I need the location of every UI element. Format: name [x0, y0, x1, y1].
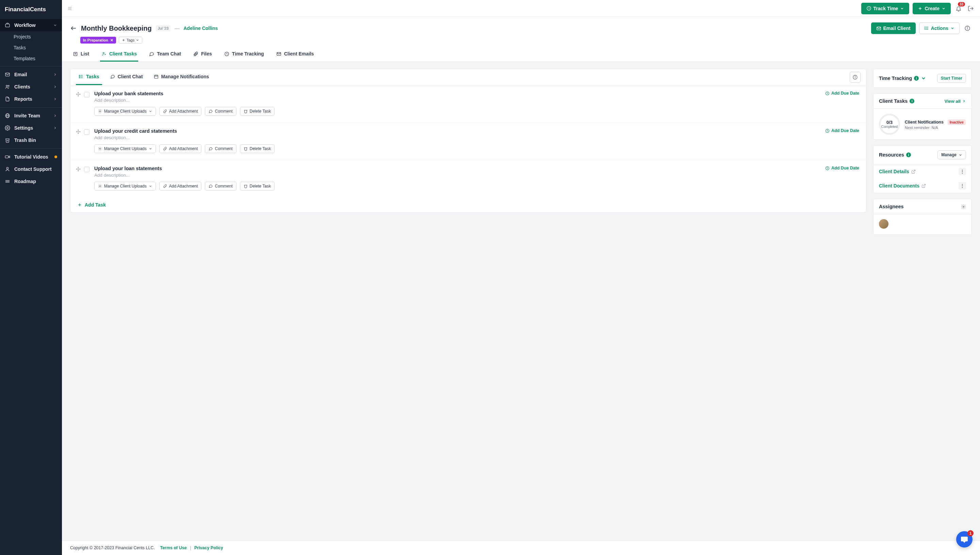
notifications-button[interactable]: 33 — [954, 4, 963, 13]
start-timer-button[interactable]: Start Timer — [937, 74, 966, 83]
panel-info-button[interactable] — [850, 72, 861, 83]
intercom-chat-button[interactable]: 1 — [956, 531, 972, 547]
add-due-date-button[interactable]: Add Due Date — [825, 166, 859, 170]
task-description-placeholder[interactable]: Add description... — [94, 173, 825, 178]
chevron-down-icon[interactable] — [921, 75, 926, 81]
manage-client-uploads-button[interactable]: Manage Client Uploads — [94, 144, 156, 153]
client-name-link[interactable]: Adeline Collins — [183, 26, 218, 31]
assignee-avatar[interactable] — [879, 219, 889, 229]
task-title[interactable]: Upload your credit card statements — [94, 128, 825, 134]
mail-icon — [276, 51, 281, 56]
task-description-placeholder[interactable]: Add description... — [94, 135, 825, 140]
topbar: Track Time Create 33 — [62, 0, 980, 17]
inactive-badge: Inactive — [948, 119, 966, 125]
actions-button[interactable]: Actions — [919, 22, 959, 34]
gear-icon[interactable] — [961, 204, 966, 209]
tab-files[interactable]: Files — [192, 48, 213, 62]
tab-time-tracking[interactable]: Time Tracking — [223, 48, 265, 62]
delete-task-button[interactable]: Delete Task — [240, 107, 274, 116]
task-title[interactable]: Upload your bank statements — [94, 91, 825, 96]
sidebar-item-workflow[interactable]: Workflow — [0, 19, 62, 31]
task-checkbox[interactable] — [84, 167, 90, 172]
resource-more-button[interactable]: ⋮ — [959, 182, 966, 189]
sidebar-sub-projects[interactable]: Projects — [0, 31, 62, 42]
app-logo[interactable]: FinancialCents — [0, 0, 62, 19]
sidebar-sub-tasks[interactable]: Tasks — [0, 42, 62, 53]
sidebar-item-contact-support[interactable]: Contact Support — [0, 163, 62, 175]
terms-link[interactable]: Terms of Use — [160, 545, 186, 550]
add-task-button[interactable]: Add Task — [71, 197, 866, 212]
sidebar-label: Roadmap — [14, 179, 36, 184]
subtab-manage-notifications[interactable]: Manage Notifications — [151, 69, 212, 85]
comment-button[interactable]: Comment — [205, 182, 236, 191]
manage-resources-button[interactable]: Manage — [937, 151, 966, 159]
add-due-date-button[interactable]: Add Due Date — [825, 128, 859, 133]
sidebar-item-invite-team[interactable]: Invite Team — [0, 109, 62, 122]
sidebar-item-clients[interactable]: Clients — [0, 81, 62, 93]
tab-client-emails[interactable]: Client Emails — [275, 48, 316, 62]
resource-more-button[interactable]: ⋮ — [959, 168, 966, 175]
list-icon — [924, 26, 929, 30]
tab-client-tasks[interactable]: Client Tasks — [100, 48, 138, 62]
sidebar-item-settings[interactable]: Settings — [0, 122, 62, 134]
svg-point-59 — [100, 148, 101, 149]
sidebar-item-email[interactable]: Email — [0, 68, 62, 81]
sidebar-item-trash[interactable]: Trash Bin — [0, 134, 62, 146]
tab-list[interactable]: List — [71, 48, 90, 62]
drag-handle-icon[interactable] — [76, 92, 81, 97]
subtab-tasks[interactable]: Tasks — [76, 69, 102, 85]
drag-handle-icon[interactable] — [76, 167, 81, 172]
client-tasks-card: Client Tasks i View all 0/3 Completed — [873, 93, 972, 140]
resource-link-client-details[interactable]: Client Details ⋮ — [874, 164, 972, 179]
info-button[interactable] — [963, 24, 972, 33]
add-tags-button[interactable]: Tags — [119, 37, 142, 43]
sidebar-item-roadmap[interactable]: Roadmap — [0, 175, 62, 188]
privacy-link[interactable]: Privacy Policy — [194, 545, 223, 550]
add-due-date-button[interactable]: Add Due Date — [825, 91, 859, 96]
sidebar: FinancialCents Workflow Projects Tasks T… — [0, 0, 62, 555]
comment-button[interactable]: Comment — [205, 107, 236, 116]
manage-client-uploads-button[interactable]: Manage Client Uploads — [94, 182, 156, 191]
add-attachment-button[interactable]: Add Attachment — [159, 107, 202, 116]
info-icon[interactable]: i — [906, 152, 911, 157]
subtabs: Tasks Client Chat Manage Notifications — [71, 69, 866, 85]
svg-line-67 — [913, 170, 915, 172]
info-icon[interactable]: i — [909, 99, 914, 103]
resource-link-client-documents[interactable]: Client Documents ⋮ — [874, 179, 972, 193]
page-title: Monthly Bookkeeping — [81, 24, 152, 32]
manage-client-uploads-button[interactable]: Manage Client Uploads — [94, 107, 156, 116]
add-attachment-button[interactable]: Add Attachment — [159, 182, 202, 191]
logout-button[interactable] — [966, 4, 975, 13]
sidebar-item-reports[interactable]: Reports — [0, 93, 62, 105]
trash-icon — [244, 109, 248, 113]
hamburger-icon[interactable] — [67, 6, 73, 11]
document-icon — [5, 96, 10, 102]
email-client-button[interactable]: Email Client — [871, 22, 916, 34]
client-notifications-label: Client Notifications — [905, 120, 943, 125]
delete-task-button[interactable]: Delete Task — [240, 182, 274, 191]
close-icon[interactable]: ✕ — [110, 38, 113, 43]
info-icon[interactable]: i — [914, 76, 919, 81]
create-button[interactable]: Create — [913, 3, 951, 14]
tab-team-chat[interactable]: Team Chat — [148, 48, 182, 62]
delete-task-button[interactable]: Delete Task — [240, 144, 274, 153]
sidebar-item-tutorial-videos[interactable]: Tutorial Videos — [0, 151, 62, 163]
status-pill[interactable]: In Preparation ✕ — [80, 37, 116, 43]
back-arrow-icon[interactable] — [70, 25, 77, 32]
task-checkbox[interactable] — [84, 92, 90, 97]
task-title[interactable]: Upload your loan statements — [94, 166, 825, 171]
chevron-right-icon — [53, 126, 57, 130]
track-time-button[interactable]: Track Time — [861, 3, 909, 14]
add-task-label: Add Task — [85, 202, 106, 208]
add-attachment-button[interactable]: Add Attachment — [159, 144, 202, 153]
sidebar-sub-templates[interactable]: Templates — [0, 53, 62, 64]
task-checkbox[interactable] — [84, 129, 90, 135]
map-icon — [5, 179, 10, 184]
comment-button[interactable]: Comment — [205, 144, 236, 153]
task-description-placeholder[interactable]: Add description... — [94, 98, 825, 103]
subtab-client-chat[interactable]: Client Chat — [107, 69, 146, 85]
drag-handle-icon[interactable] — [76, 129, 81, 134]
view-all-link[interactable]: View all — [945, 99, 966, 104]
svg-point-43 — [79, 75, 80, 76]
clock-icon — [825, 91, 829, 96]
